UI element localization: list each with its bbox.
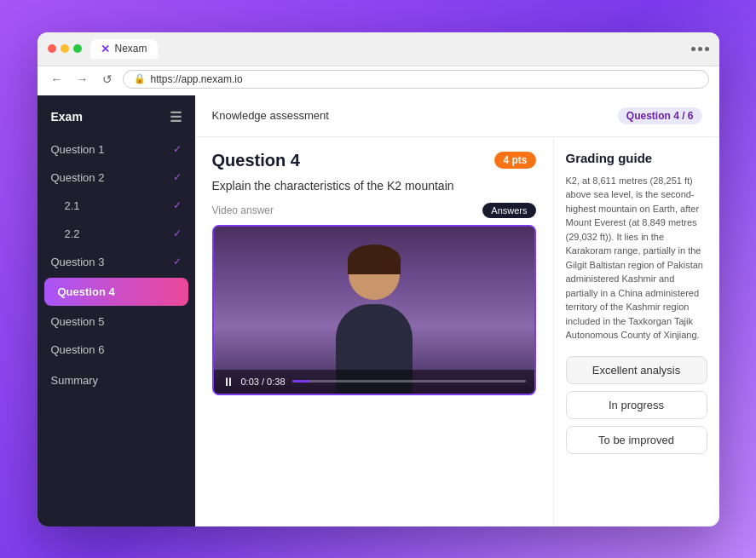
check-icon: ✓ bbox=[173, 256, 182, 267]
progress-badge: Question 4 / 6 bbox=[618, 107, 702, 124]
window-controls bbox=[48, 44, 82, 53]
person-hair bbox=[348, 244, 401, 274]
sidebar-item-question2-1[interactable]: 2.1 ✓ bbox=[38, 192, 195, 220]
check-icon: ✓ bbox=[173, 143, 182, 155]
browser-window: ✕ Nexam ← → ↺ 🔒 https://app.nexam.io Exa… bbox=[38, 32, 719, 526]
sidebar-item-label: Question 1 bbox=[51, 143, 105, 156]
video-progress-bar[interactable] bbox=[292, 380, 526, 383]
video-frame bbox=[214, 227, 534, 394]
sidebar-item-question3[interactable]: Question 3 ✓ bbox=[38, 248, 195, 276]
hamburger-icon[interactable]: ☰ bbox=[170, 109, 182, 125]
grading-excellent-button[interactable]: Excellent analysis bbox=[566, 356, 707, 384]
person-head bbox=[349, 249, 400, 300]
url-text: https://app.nexam.io bbox=[151, 73, 243, 85]
main-content: Knowledge assessment Question 4 / 6 Ques… bbox=[195, 95, 719, 526]
menu-dot bbox=[705, 47, 709, 51]
browser-tab[interactable]: ✕ Nexam bbox=[90, 39, 158, 59]
video-progress-fill bbox=[292, 380, 311, 383]
tab-title: Nexam bbox=[115, 43, 147, 55]
address-bar-row: ← → ↺ 🔒 https://app.nexam.io bbox=[38, 66, 719, 95]
sidebar-item-label: Question 2 bbox=[51, 171, 105, 184]
question-body: Question 4 4 pts Explain the characteris… bbox=[195, 137, 719, 526]
check-icon: ✓ bbox=[173, 199, 182, 211]
sidebar-item-question5[interactable]: Question 5 bbox=[38, 308, 195, 336]
sidebar-item-label: Question 4 bbox=[58, 285, 115, 298]
sidebar-item-label: 2.1 bbox=[65, 199, 80, 212]
question-text: Explain the characteristics of the K2 mo… bbox=[212, 179, 536, 193]
menu-dot bbox=[691, 47, 695, 51]
question-panel: Question 4 4 pts Explain the characteris… bbox=[195, 137, 553, 526]
video-label-row: Video answer Answers bbox=[212, 203, 536, 218]
sidebar-header: Exam ☰ bbox=[38, 95, 195, 135]
grading-title: Grading guide bbox=[566, 151, 707, 165]
video-time: 0:03 / 0:38 bbox=[241, 377, 286, 387]
sidebar-item-question1[interactable]: Question 1 ✓ bbox=[38, 135, 195, 164]
address-bar[interactable]: 🔒 https://app.nexam.io bbox=[123, 70, 709, 89]
sidebar-item-label: Question 5 bbox=[51, 315, 105, 328]
sidebar-item-question6[interactable]: Question 6 bbox=[38, 336, 195, 364]
grading-panel: Grading guide K2, at 8,611 metres (28,25… bbox=[553, 137, 719, 526]
grading-in-progress-button[interactable]: In progress bbox=[566, 391, 707, 419]
answers-badge: Answers bbox=[482, 203, 535, 218]
grading-description: K2, at 8,611 metres (28,251 ft) above se… bbox=[566, 174, 707, 342]
video-label: Video answer bbox=[212, 204, 274, 216]
sidebar-item-question2[interactable]: Question 2 ✓ bbox=[38, 164, 195, 192]
exam-title: Exam bbox=[51, 110, 83, 124]
browser-menu[interactable] bbox=[691, 47, 709, 51]
video-controls: ⏸ 0:03 / 0:38 bbox=[214, 370, 534, 394]
grading-buttons: Excellent analysis In progress To be imp… bbox=[566, 356, 707, 454]
points-badge: 4 pts bbox=[494, 152, 535, 169]
sidebar-item-question2-2[interactable]: 2.2 ✓ bbox=[38, 220, 195, 248]
question-number: Question 4 bbox=[212, 151, 300, 170]
sidebar: Exam ☰ Question 1 ✓ Question 2 ✓ 2.1 ✓ 2… bbox=[38, 95, 195, 526]
sidebar-item-label: 2.2 bbox=[65, 227, 80, 240]
question-title-row: Question 4 4 pts bbox=[212, 151, 536, 170]
sidebar-item-summary[interactable]: Summary bbox=[38, 364, 195, 397]
menu-dot bbox=[698, 47, 702, 51]
browser-chrome: ✕ Nexam bbox=[38, 32, 719, 66]
question-header: Knowledge assessment Question 4 / 6 bbox=[195, 95, 719, 137]
sidebar-item-label: Question 3 bbox=[51, 256, 105, 268]
minimize-dot[interactable] bbox=[61, 44, 69, 53]
app-layout: Exam ☰ Question 1 ✓ Question 2 ✓ 2.1 ✓ 2… bbox=[38, 95, 719, 526]
close-dot[interactable] bbox=[48, 44, 56, 53]
video-player[interactable]: ⏸ 0:03 / 0:38 bbox=[212, 225, 536, 395]
check-icon: ✓ bbox=[173, 171, 182, 183]
assessment-title: Knowledge assessment bbox=[212, 109, 329, 122]
forward-button[interactable]: → bbox=[73, 71, 92, 88]
nexam-logo-icon: ✕ bbox=[101, 43, 110, 55]
sidebar-item-label: Question 6 bbox=[51, 343, 105, 356]
back-button[interactable]: ← bbox=[48, 71, 66, 88]
sidebar-item-question4[interactable]: Question 4 bbox=[44, 278, 188, 306]
pause-button[interactable]: ⏸ bbox=[222, 375, 234, 388]
lock-icon: 🔒 bbox=[134, 73, 146, 84]
maximize-dot[interactable] bbox=[73, 44, 82, 53]
tab-bar: ✕ Nexam bbox=[90, 39, 683, 59]
grading-to-improve-button[interactable]: To be improved bbox=[566, 426, 707, 454]
check-icon: ✓ bbox=[173, 227, 182, 239]
refresh-button[interactable]: ↺ bbox=[99, 71, 116, 88]
